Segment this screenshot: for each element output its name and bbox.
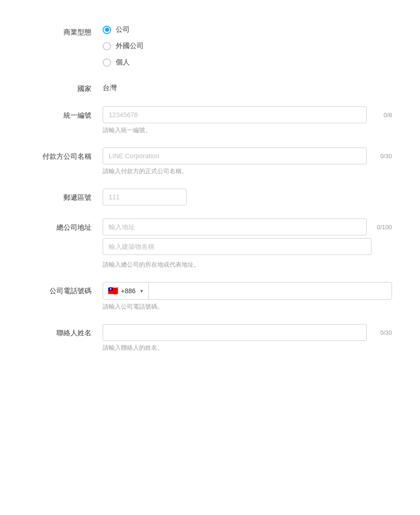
taiwan-flag-icon: 🇹🇼 — [108, 287, 118, 295]
tax-id-content: 0/8 請輸入統一編號。 — [103, 106, 392, 134]
radio-label-foreign: 外國公司 — [116, 42, 144, 50]
radio-item-foreign[interactable]: 外國公司 — [103, 42, 392, 50]
phone-row: 公司電話號碼 🇹🇼 +886 ▼ 請輸入公司電話號碼。 — [28, 282, 392, 311]
company-name-content: 0/30 請輸入付款方的正式公司名稱。 — [103, 148, 392, 176]
contact-name-content: 0/30 請輸入聯絡人的姓名。 — [103, 324, 392, 352]
contact-name-label: 聯絡人姓名 — [28, 324, 103, 338]
postal-code-row: 郵遞區號 — [28, 189, 392, 205]
tax-id-input-row: 0/8 — [103, 106, 392, 123]
phone-input-row: 🇹🇼 +886 ▼ — [103, 282, 392, 300]
business-type-label: 商業型態 — [28, 23, 103, 37]
building-input[interactable] — [103, 238, 371, 255]
chevron-down-icon: ▼ — [140, 289, 144, 294]
address-row: 總公司地址 0/100 請輸入總公司的所在地或代表地址。 — [28, 219, 392, 269]
company-name-hint: 請輸入付款方的正式公司名稱。 — [103, 167, 392, 176]
country-content: 台灣 — [103, 80, 392, 92]
tax-id-hint: 請輸入統一編號。 — [103, 126, 392, 134]
business-type-row: 商業型態 公司 外國公司 個人 — [28, 23, 392, 67]
country-row: 國家 台灣 — [28, 80, 392, 93]
business-type-content: 公司 外國公司 個人 — [103, 23, 392, 67]
company-name-label: 付款方公司名稱 — [28, 148, 103, 161]
company-name-input[interactable] — [103, 148, 367, 164]
tax-id-label: 統一編號 — [28, 106, 103, 120]
contact-name-input[interactable] — [103, 324, 367, 341]
address-content: 0/100 請輸入總公司的所在地或代表地址。 — [103, 219, 392, 269]
postal-code-input[interactable] — [103, 189, 187, 205]
country-value: 台灣 — [103, 80, 392, 92]
radio-group: 公司 外國公司 個人 — [103, 23, 392, 67]
address-hint: 請輸入總公司的所在地或代表地址。 — [103, 261, 392, 269]
phone-country-code: +886 — [121, 287, 136, 295]
postal-code-label: 郵遞區號 — [28, 189, 103, 202]
phone-number-input[interactable] — [149, 283, 392, 299]
radio-label-individual: 個人 — [116, 58, 130, 67]
company-name-count: 0/30 — [375, 153, 392, 160]
radio-label-company: 公司 — [116, 25, 130, 34]
radio-item-company[interactable]: 公司 — [103, 25, 392, 34]
address-input-row: 0/100 — [103, 219, 392, 235]
form-container: 商業型態 公司 外國公司 個人 — [9, 14, 411, 374]
phone-content: 🇹🇼 +886 ▼ 請輸入公司電話號碼。 — [103, 282, 392, 311]
address-count: 0/100 — [375, 224, 392, 231]
radio-circle-individual — [103, 58, 111, 67]
tax-id-row: 統一編號 0/8 請輸入統一編號。 — [28, 106, 392, 134]
address-label: 總公司地址 — [28, 219, 103, 232]
phone-hint: 請輸入公司電話號碼。 — [103, 303, 392, 311]
radio-item-individual[interactable]: 個人 — [103, 58, 392, 67]
address-input[interactable] — [103, 219, 367, 235]
building-input-row — [103, 238, 392, 255]
tax-id-count: 0/8 — [375, 112, 392, 119]
contact-name-row: 聯絡人姓名 0/30 請輸入聯絡人的姓名。 — [28, 324, 392, 352]
radio-circle-company — [103, 26, 111, 34]
company-name-input-row: 0/30 — [103, 148, 392, 164]
contact-name-hint: 請輸入聯絡人的姓名。 — [103, 344, 392, 352]
postal-code-input-row — [103, 189, 392, 205]
country-label: 國家 — [28, 80, 103, 93]
contact-name-input-row: 0/30 — [103, 324, 392, 341]
tax-id-input[interactable] — [103, 106, 367, 123]
radio-inner-company — [105, 28, 109, 32]
company-name-row: 付款方公司名稱 0/30 請輸入付款方的正式公司名稱。 — [28, 148, 392, 176]
contact-name-count: 0/30 — [375, 329, 392, 336]
radio-circle-foreign — [103, 42, 111, 50]
phone-country-selector[interactable]: 🇹🇼 +886 ▼ — [103, 282, 149, 299]
phone-input-wrapper: 🇹🇼 +886 ▼ — [103, 282, 392, 300]
postal-code-content — [103, 189, 392, 205]
phone-label: 公司電話號碼 — [28, 282, 103, 296]
